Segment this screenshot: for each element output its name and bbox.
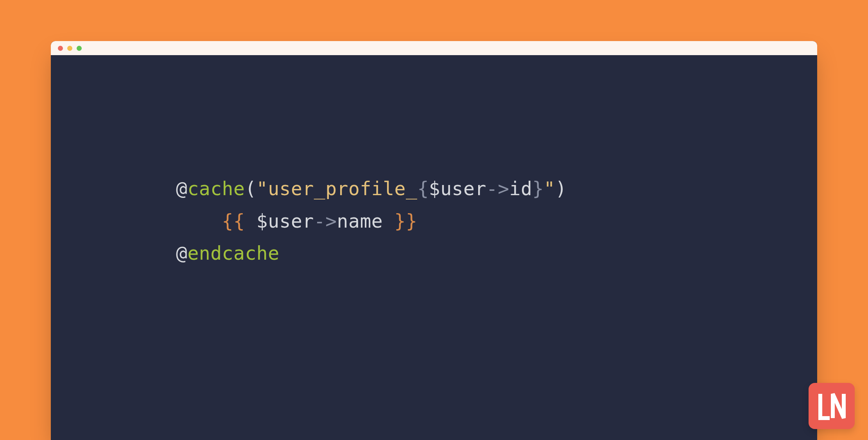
tok-string-literal: user_profile_ — [268, 178, 417, 199]
tok-arrow: -> — [314, 210, 337, 232]
code-window: @cache("user_profile_{$user->id}") {{ $u… — [51, 41, 817, 440]
tok-indent — [176, 210, 222, 232]
tok-var: $user — [256, 210, 314, 232]
code-editor: @cache("user_profile_{$user->id}") {{ $u… — [51, 55, 817, 440]
tok-directive: endcache — [187, 242, 279, 264]
tok-paren-close: ) — [555, 178, 567, 199]
tok-blade-open: {{ — [222, 210, 256, 232]
tok-arrow: -> — [486, 178, 509, 199]
tok-var: $user — [429, 178, 486, 199]
tok-string-open: " — [256, 178, 268, 199]
tok-blade-close: }} — [383, 210, 417, 232]
traffic-light-close-icon[interactable] — [58, 46, 63, 51]
traffic-light-zoom-icon[interactable] — [77, 46, 82, 51]
tok-prop: name — [337, 210, 383, 232]
window-titlebar — [51, 41, 817, 55]
tok-directive: cache — [187, 178, 245, 199]
tok-string-close: " — [544, 178, 555, 199]
tok-at: @ — [176, 178, 187, 199]
tok-paren-open: ( — [245, 178, 256, 199]
tok-prop: id — [509, 178, 533, 199]
tok-at: @ — [176, 242, 187, 264]
tok-interp-open: { — [417, 178, 429, 199]
code-block: @cache("user_profile_{$user->id}") {{ $u… — [176, 172, 817, 269]
tok-interp-close: } — [532, 178, 543, 199]
stage: @cache("user_profile_{$user->id}") {{ $u… — [0, 0, 868, 440]
ln-logo-icon — [816, 391, 847, 421]
traffic-light-minimize-icon[interactable] — [67, 46, 72, 51]
brand-logo — [809, 383, 855, 429]
